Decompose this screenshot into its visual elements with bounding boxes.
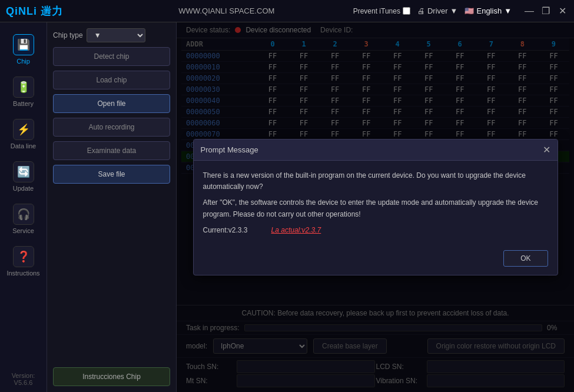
sidebar-update-label: Update (13, 185, 34, 192)
minimize-button[interactable]: — (523, 5, 535, 17)
driver-chevron-icon: ▼ (450, 6, 458, 15)
flag-icon: 🇺🇸 (464, 6, 474, 15)
dialog-message1: There is a new version of the built-in p… (203, 170, 548, 192)
chip-type-label: Chip type (53, 31, 83, 39)
sidebar-item-dataline[interactable]: ⚡ Data line (0, 113, 47, 155)
dialog-close-button[interactable]: ✕ (543, 144, 550, 155)
close-button[interactable]: ✕ (556, 5, 568, 17)
dialog-version-row: Current:v2.3.3 La actual:v2.3.7 (203, 225, 548, 236)
battery-icon: 🔋 (13, 77, 34, 98)
logo-area: QiNLi 遄力 (6, 4, 100, 18)
website-text: WWW.QIANLI SPACE.COM (100, 6, 353, 15)
language-label: English (476, 6, 502, 15)
driver-icon: 🖨 (417, 6, 425, 15)
left-panel: Chip type ▼ Detect chip Load chip Open f… (47, 22, 177, 392)
auto-recording-button[interactable]: Auto recording (53, 118, 170, 137)
dialog-message2: After "OK", the software controls the de… (203, 197, 548, 220)
sidebar-instructions-label: Instructions (6, 270, 39, 277)
driver-button[interactable]: 🖨 Driver ▼ (417, 6, 458, 15)
sidebar-dataline-label: Data line (11, 142, 36, 150)
main-layout: 💾 Chip 🔋 Battery ⚡ Data line 🔄 Update 🎧 … (0, 22, 574, 392)
sidebar-item-battery[interactable]: 🔋 Battery (0, 71, 47, 113)
sidebar-item-instructions[interactable]: ❓ Instructions (0, 240, 47, 283)
sidebar-item-service[interactable]: 🎧 Service (0, 198, 47, 240)
actual-version: La actual:v2.3.7 (271, 225, 321, 236)
header-right: Prevent iTunes 🖨 Driver ▼ 🇺🇸 English ▼ —… (353, 5, 568, 17)
detect-chip-button[interactable]: Detect chip (53, 47, 170, 66)
dataline-icon: ⚡ (13, 119, 34, 140)
load-chip-button[interactable]: Load chip (53, 71, 170, 89)
sidebar-battery-label: Battery (13, 100, 34, 107)
save-file-button[interactable]: Save file (53, 165, 170, 184)
driver-label: Driver (427, 6, 448, 15)
maximize-button[interactable]: ❐ (540, 5, 552, 17)
update-icon: 🔄 (13, 161, 34, 182)
version-text: Version:V5.6.6 (6, 366, 41, 392)
open-file-button[interactable]: Open file (53, 94, 170, 113)
examine-data-button[interactable]: Examinate data (53, 141, 170, 160)
dialog-body: There is a new version of the built-in p… (194, 161, 558, 245)
sidebar-item-chip[interactable]: 💾 Chip (0, 28, 47, 71)
sidebar-service-label: Service (12, 227, 34, 234)
prevent-itunes-area: Prevent iTunes (353, 7, 410, 15)
sidebar-icons: 💾 Chip 🔋 Battery ⚡ Data line 🔄 Update 🎧 … (0, 22, 47, 392)
chip-type-select[interactable]: ▼ (87, 28, 145, 42)
ok-button[interactable]: OK (503, 250, 548, 267)
chip-type-selector: Chip type ▼ (53, 28, 170, 42)
service-icon: 🎧 (13, 204, 34, 225)
dialog-box: Prompt Message ✕ There is a new version … (193, 139, 558, 275)
content-area: Device status: Device disconnected Devic… (177, 22, 574, 392)
sidebar-item-update[interactable]: 🔄 Update (0, 155, 47, 198)
language-button[interactable]: 🇺🇸 English ▼ (464, 6, 512, 15)
dialog-title-bar: Prompt Message ✕ (194, 139, 558, 161)
instructions-icon: ❓ (13, 246, 34, 267)
sidebar-chip-label: Chip (16, 58, 30, 65)
dialog-footer: OK (194, 245, 558, 275)
chip-icon: 💾 (13, 34, 34, 55)
title-bar: QiNLi 遄力 WWW.QIANLI SPACE.COM Prevent iT… (0, 0, 574, 22)
instrucciones-chip-button[interactable]: Instrucciones Chip (53, 367, 170, 386)
dialog-title: Prompt Message (201, 145, 258, 154)
prevent-itunes-checkbox[interactable] (403, 7, 410, 15)
lang-chevron-icon: ▼ (504, 6, 512, 15)
current-version: Current:v2.3.3 (203, 225, 248, 236)
logo-text: QiNLi 遄力 (6, 4, 63, 18)
prevent-itunes-label: Prevent iTunes (353, 7, 400, 15)
window-controls: — ❐ ✕ (523, 5, 568, 17)
dialog-overlay: Prompt Message ✕ There is a new version … (177, 22, 574, 392)
